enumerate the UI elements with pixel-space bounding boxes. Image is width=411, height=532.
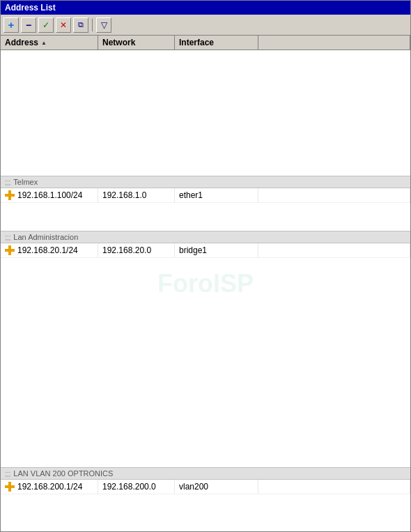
spacer-1 bbox=[1, 203, 410, 231]
filter-button[interactable]: ▽ bbox=[96, 17, 111, 33]
cell-interface: ether1 bbox=[175, 188, 258, 202]
column-address: Address ▲ bbox=[1, 36, 98, 50]
cell-address: 192.168.20.1/24 bbox=[1, 243, 98, 257]
enable-button[interactable]: ✓ bbox=[38, 17, 54, 33]
cross-icon: ✕ bbox=[60, 20, 67, 30]
section-lan-vlan-header: LAN VLAN 200 OPTRONICS bbox=[1, 467, 410, 480]
toolbar-separator bbox=[92, 19, 93, 31]
table-row[interactable]: 192.168.20.1/24 192.168.20.0 bridge1 bbox=[1, 243, 410, 258]
remove-icon: − bbox=[26, 20, 31, 31]
column-interface: Interface bbox=[175, 36, 258, 50]
svg-marker-2 bbox=[5, 482, 15, 492]
cell-network: 192.168.1.0 bbox=[98, 188, 175, 202]
row-icon-plus bbox=[5, 245, 15, 255]
cell-network: 192.168.200.0 bbox=[98, 480, 175, 494]
cell-interface: vlan200 bbox=[175, 480, 258, 494]
cell-address: 192.168.1.100/24 bbox=[1, 188, 98, 202]
cell-extra bbox=[258, 243, 410, 257]
cell-extra bbox=[258, 480, 410, 494]
column-network: Network bbox=[98, 36, 175, 50]
disable-button[interactable]: ✕ bbox=[56, 17, 71, 33]
cell-network: 192.168.20.0 bbox=[98, 243, 175, 257]
cell-address: 192.168.200.1/24 bbox=[1, 480, 98, 494]
copy-icon: ⧉ bbox=[78, 20, 84, 29]
table-header: Address ▲ Network Interface bbox=[1, 36, 410, 50]
remove-button[interactable]: − bbox=[21, 17, 36, 33]
filter-icon: ▽ bbox=[101, 20, 107, 30]
copy-button[interactable]: ⧉ bbox=[73, 17, 88, 33]
empty-top bbox=[1, 50, 410, 176]
toolbar: + − ✓ ✕ ⧉ ▽ bbox=[1, 15, 410, 36]
cell-extra bbox=[258, 188, 410, 202]
section-telmex-header: Telmex bbox=[1, 176, 410, 188]
section-lan-admin-header: Lan Administracion bbox=[1, 231, 410, 243]
svg-marker-1 bbox=[5, 245, 15, 255]
row-icon-plus bbox=[5, 190, 15, 200]
add-button[interactable]: + bbox=[3, 17, 19, 33]
main-window: Address List + − ✓ ✕ ⧉ ▽ ForoISP Address bbox=[0, 0, 411, 532]
table-row[interactable]: 192.168.200.1/24 192.168.200.0 vlan200 bbox=[1, 480, 410, 494]
sort-arrow: ▲ bbox=[41, 40, 47, 46]
title-bar: Address List bbox=[1, 1, 410, 15]
svg-marker-0 bbox=[5, 190, 15, 200]
spacer-2 bbox=[1, 258, 410, 467]
cell-interface: bridge1 bbox=[175, 243, 258, 257]
table-row[interactable]: 192.168.1.100/24 192.168.1.0 ether1 bbox=[1, 188, 410, 203]
table-container: ForoISP Address ▲ Network Interface Telm… bbox=[1, 36, 410, 531]
row-icon-plus bbox=[5, 482, 15, 492]
add-icon: + bbox=[8, 19, 15, 31]
window-title: Address List bbox=[5, 3, 56, 13]
column-extra bbox=[258, 36, 410, 50]
check-icon: ✓ bbox=[42, 20, 49, 30]
